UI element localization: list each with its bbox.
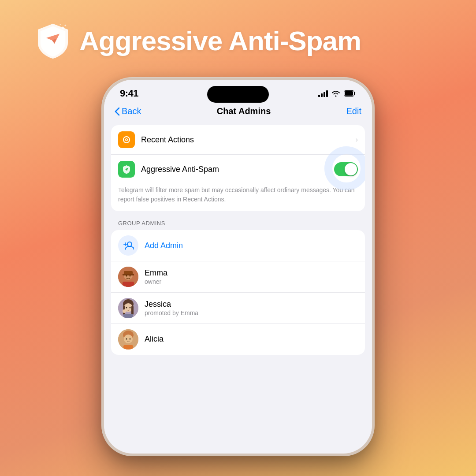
admin-row-emma[interactable]: Emma owner: [111, 261, 365, 292]
svg-point-7: [126, 139, 127, 141]
svg-rect-14: [123, 274, 134, 275]
nav-bar: Back Chat Admins Edit: [104, 103, 372, 122]
anti-spam-description: Telegram will filter more spam but may o…: [111, 184, 365, 211]
status-time: 9:41: [120, 88, 138, 99]
svg-rect-4: [345, 91, 353, 96]
svg-point-17: [130, 275, 131, 277]
svg-point-26: [123, 309, 126, 313]
anti-spam-row: Aggressive Anti-Spam: [111, 154, 365, 184]
dynamic-island: [207, 86, 269, 103]
admin-name-jessica: Jessica: [145, 300, 358, 309]
signal-bars-icon: [318, 90, 328, 97]
svg-rect-25: [123, 314, 133, 318]
admin-info-emma: Emma owner: [145, 268, 358, 285]
nav-title: Chat Admins: [217, 106, 271, 116]
anti-spam-label: Aggressive Anti-Spam: [141, 165, 328, 174]
svg-rect-15: [123, 282, 134, 287]
shield-logo-icon: [35, 22, 71, 60]
header-area: Aggressive Anti-Spam: [0, 0, 476, 73]
chevron-left-icon: [115, 107, 120, 116]
admins-card: Add Admin: [111, 230, 365, 355]
anti-spam-icon: [118, 161, 135, 178]
page-title: Aggressive Anti-Spam: [79, 25, 361, 56]
toggle-thumb: [345, 163, 357, 175]
add-admin-row[interactable]: Add Admin: [111, 230, 365, 261]
anti-spam-toggle[interactable]: [334, 162, 358, 176]
recent-actions-icon: [118, 131, 135, 148]
admin-row-jessica[interactable]: Jessica promoted by Emma: [111, 292, 365, 324]
avatar-emma: [118, 267, 138, 287]
admin-info-jessica: Jessica promoted by Emma: [145, 300, 358, 316]
svg-rect-32: [123, 345, 133, 350]
svg-point-8: [127, 242, 132, 246]
svg-point-2: [60, 24, 61, 25]
group-admins-section-header: GROUP ADMINS: [104, 214, 372, 230]
add-admin-label: Add Admin: [145, 241, 183, 250]
battery-icon: [344, 90, 356, 97]
svg-rect-22: [131, 306, 134, 315]
phone-mockup: 9:41: [101, 77, 375, 456]
recent-actions-label: Recent Actions: [141, 135, 350, 145]
content-area: Recent Actions ›: [104, 122, 372, 438]
wifi-icon: [331, 90, 340, 97]
svg-point-30: [126, 338, 127, 340]
svg-point-31: [130, 338, 131, 340]
edit-button[interactable]: Edit: [346, 106, 361, 116]
page-wrapper: Aggressive Anti-Spam 9:41: [0, 0, 476, 476]
status-icons: [318, 90, 356, 97]
settings-card: Recent Actions ›: [111, 125, 365, 211]
svg-point-1: [64, 25, 66, 26]
admin-role-emma: owner: [145, 278, 358, 285]
avatar-alicia: [118, 329, 138, 350]
svg-point-23: [126, 307, 127, 309]
phone-frame: 9:41: [101, 77, 375, 456]
recent-actions-row[interactable]: Recent Actions ›: [111, 125, 365, 154]
back-button[interactable]: Back: [115, 106, 141, 116]
svg-point-0: [62, 26, 64, 29]
chevron-right-icon: ›: [356, 136, 358, 144]
svg-point-24: [130, 307, 131, 309]
avatar-jessica: [118, 298, 138, 318]
phone-screen: 9:41: [104, 80, 372, 454]
svg-point-16: [126, 275, 127, 277]
admin-name-alicia: Alicia: [145, 335, 358, 344]
admin-info-alicia: Alicia: [145, 335, 358, 344]
admin-name-emma: Emma: [145, 268, 358, 278]
admin-role-jessica: promoted by Emma: [145, 309, 358, 316]
back-label: Back: [122, 106, 141, 116]
add-admin-icon: [118, 235, 138, 256]
admin-row-alicia[interactable]: Alicia: [111, 324, 365, 355]
